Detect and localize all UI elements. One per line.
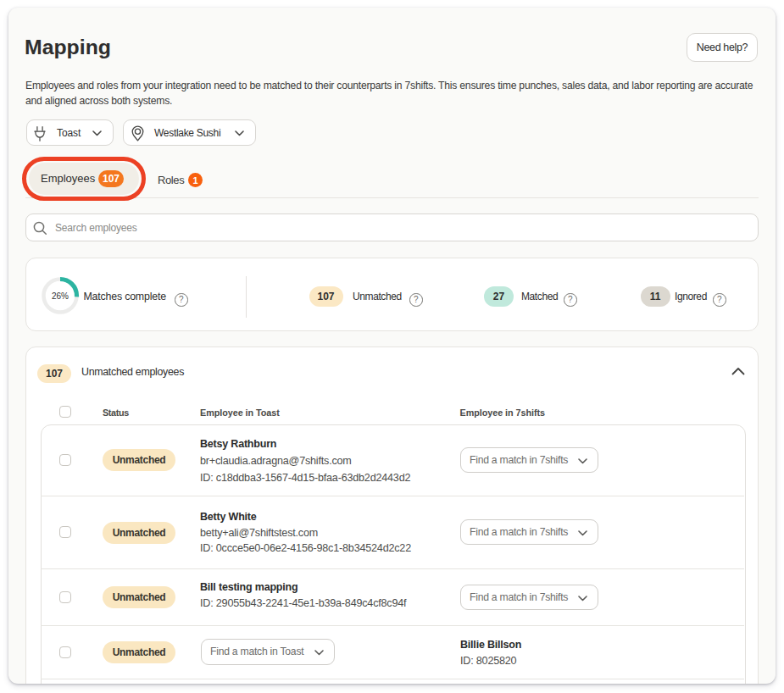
svg-text:26%: 26%: [52, 291, 69, 301]
